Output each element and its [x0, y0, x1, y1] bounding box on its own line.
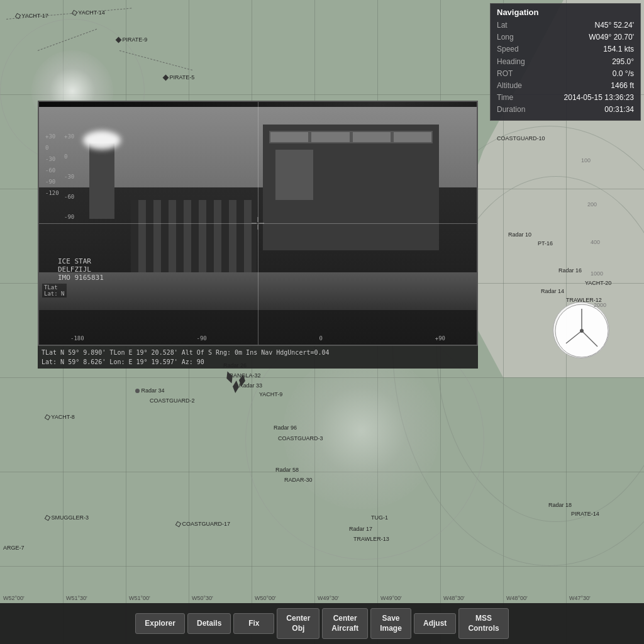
svg-marker-7	[232, 380, 240, 394]
nav-title: Navigation	[497, 8, 634, 17]
center-crosshair	[252, 217, 264, 230]
nav-row-duration: Duration00:31:34	[497, 104, 634, 116]
coord-bottom-7: W49°00'	[380, 595, 402, 601]
nav-row-rot: ROT0.0 °/s	[497, 68, 634, 80]
nav-value: N45° 52.24'	[595, 19, 634, 31]
info-line1: TLat N 59° 9.890' TLon E 19° 20.528' Alt…	[42, 348, 474, 357]
nav-row-altitude: Altitude1466 ft	[497, 80, 634, 92]
depth-400: 400	[591, 239, 600, 245]
vessel-cluster	[220, 365, 258, 402]
depth-100: 100	[581, 157, 591, 164]
nav-rows: LatN45° 52.24'LongW049° 20.70'Speed154.1…	[497, 19, 634, 116]
camera-inner: ICE STAR DELFZIJL IMO 9165831 +30 0 -30 …	[39, 102, 477, 345]
depth-1000: 1000	[591, 270, 603, 277]
nav-row-lat: LatN45° 52.24'	[497, 19, 634, 31]
mast	[89, 143, 114, 219]
nav-label: Duration	[497, 104, 538, 116]
vessel-YACHT-9: YACHT-9	[259, 391, 282, 397]
vessel-RADAR-10: Radar 10	[508, 231, 531, 238]
vessel-YACHT-8: YACHT-8	[45, 414, 75, 420]
vessel-PIRATE-9: PIRATE-9	[116, 36, 147, 43]
nav-row-time: Time2014-05-15 13:36:23	[497, 92, 634, 104]
nav-label: Lat	[497, 19, 538, 31]
nav-value: 00:31:34	[604, 104, 634, 116]
vessel-ARGE-7: ARGE-7	[3, 545, 25, 551]
nav-label: Time	[497, 92, 538, 104]
camera-coords: TLat Lat: N	[42, 284, 67, 297]
adjust-button[interactable]: Adjust	[414, 613, 456, 635]
coord-bottom-3: W51°00'	[129, 595, 150, 601]
vessel-COASTGUARD-10: COASTGUARD-10	[497, 135, 545, 142]
compass	[553, 302, 609, 358]
nav-row-speed: Speed154.1 kts	[497, 43, 634, 55]
info-line2: Lat: N 59° 8.626' Lon: E 19° 19.597' Az:…	[42, 357, 474, 367]
center-obj-button[interactable]: Center Obj	[277, 608, 319, 639]
scale-bar-left2: +30 0 -30 -60 -90	[64, 133, 74, 234]
coord-bottom-8: W48°30'	[443, 595, 465, 601]
coord-bottom-10: W47°30'	[569, 595, 591, 601]
vessel-RADAR-96: Radar 96	[274, 425, 297, 431]
nav-value: 1466 ft	[611, 80, 634, 92]
grid-line	[0, 566, 644, 567]
coord-bottom-1: W52°00'	[3, 595, 25, 601]
coord-bottom-9: W48°00'	[506, 595, 528, 601]
vessel-RADAR-34: Radar 34	[135, 387, 165, 394]
nav-value: W049° 20.70'	[589, 31, 634, 43]
vessel-RADAR-16: Radar 16	[558, 267, 582, 274]
nav-label: Altitude	[497, 80, 538, 92]
coord-bottom-2: W51°30'	[66, 595, 87, 601]
vessel-RADAR-30: RADAR-30	[284, 477, 313, 483]
vessel-PIRATE-14: PIRATE-14	[571, 511, 599, 517]
details-button[interactable]: Details	[187, 613, 231, 635]
nav-label: Long	[497, 31, 538, 43]
nav-value: 154.1 kts	[603, 43, 634, 55]
explorer-button[interactable]: Explorer	[135, 613, 185, 635]
toolbar: Explorer Details Fix Center Obj Center A…	[0, 603, 644, 644]
save-image-button[interactable]: Save Image	[370, 608, 411, 639]
info-bar: TLat N 59° 9.890' TLon E 19° 20.528' Alt…	[38, 346, 478, 369]
vessel-COASTGUARD-17: COASTGUARD-17	[176, 521, 230, 527]
center-aircraft-button[interactable]: Center Aircraft	[322, 608, 368, 639]
ship-structure	[263, 125, 439, 250]
nav-value: 295.0°	[612, 56, 634, 68]
vessel-RADAR-17: Radar 17	[349, 526, 372, 532]
vessel-COASTGUARD-2: COASTGUARD-2	[150, 397, 195, 404]
vessel-RADAR-18: Radar 18	[548, 502, 572, 508]
coord-bottom-4: W50°30'	[192, 595, 213, 601]
nav-row-long: LongW049° 20.70'	[497, 31, 634, 43]
scale-bar-left: +30 0 -30 -60 -90 -120	[45, 133, 59, 201]
map-container[interactable]: YACHT-17 YACHT-14 PIRATE-9 PIRATE-5 COAS…	[0, 0, 644, 644]
svg-marker-6	[238, 374, 246, 387]
vessel-RADAR-14: Radar 14	[541, 288, 564, 294]
mss-controls-button[interactable]: MSS Controls	[458, 608, 508, 639]
nav-label: Heading	[497, 56, 538, 68]
nav-row-heading: Heading295.0°	[497, 56, 634, 68]
nav-label: ROT	[497, 68, 538, 80]
svg-marker-5	[225, 370, 235, 384]
vessel-YACHT-20: YACHT-20	[585, 280, 611, 286]
vessel-TUG-1: TUG-1	[371, 514, 388, 521]
vessel-PT-16: PT-16	[538, 240, 553, 247]
coord-bottom-5: W50°00'	[255, 595, 276, 601]
scale-bar-bottom: -180 -90 0 +90	[70, 335, 445, 341]
depth-200: 200	[587, 201, 597, 208]
fix-button[interactable]: Fix	[233, 613, 274, 635]
vessel-COASTGUARD-3: COASTGUARD-3	[278, 435, 323, 441]
compass-svg	[553, 303, 610, 359]
nav-panel: Navigation LatN45° 52.24'LongW049° 20.70…	[490, 3, 641, 121]
vessel-RADAR-58: Radar 58	[275, 467, 299, 473]
nav-label: Speed	[497, 43, 538, 55]
vessel-SMUGGLER-3: SMUGGLER-3	[45, 514, 89, 521]
depth-2000: 2000	[594, 302, 606, 308]
vessel-TRAWLER-13: TRAWLER-13	[353, 536, 389, 542]
mast-light	[83, 131, 121, 150]
camera-feed: ICE STAR DELFZIJL IMO 9165831 +30 0 -30 …	[38, 101, 478, 346]
vessel-PIRATE-5: PIRATE-5	[164, 74, 194, 80]
nav-value: 0.0 °/s	[613, 68, 634, 80]
coord-bottom-6: W49°30'	[318, 595, 339, 601]
svg-point-4	[580, 329, 584, 333]
nav-value: 2014-05-15 13:36:23	[564, 92, 634, 104]
ship-name-text: ICE STAR DELFZIJL IMO 9165831	[58, 257, 104, 282]
